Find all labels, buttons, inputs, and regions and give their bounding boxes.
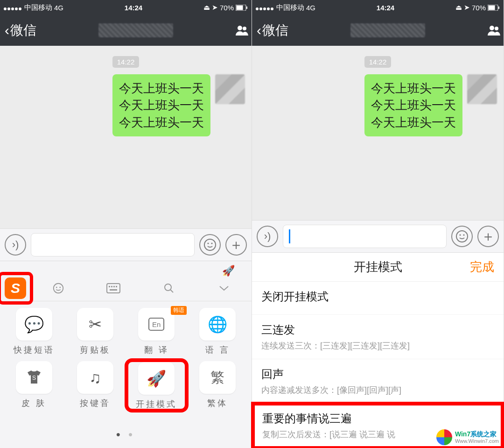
- chevron-left-icon: ‹: [257, 23, 261, 37]
- smile-icon: [52, 282, 64, 294]
- tool-skin[interactable]: S 皮 肤: [5, 361, 63, 410]
- tshirt-icon: S: [16, 361, 52, 394]
- emoji-button[interactable]: [451, 226, 473, 247]
- back-label: 微信: [262, 21, 288, 39]
- svg-rect-11: [107, 284, 120, 293]
- emoji-button[interactable]: [199, 234, 221, 256]
- back-button[interactable]: ‹ 微信: [257, 21, 288, 39]
- msg-line: 今天上班头一天: [119, 80, 204, 97]
- svg-rect-13: [111, 286, 112, 287]
- tool-language[interactable]: 🌐 语 言: [189, 308, 247, 356]
- tool-label: 语 言: [205, 344, 230, 356]
- tool-keysound[interactable]: ♫ 按键音: [66, 361, 124, 410]
- mode-option-off[interactable]: 关闭开挂模式: [252, 282, 504, 315]
- tool-clipboard[interactable]: ✂ 剪贴板: [66, 308, 124, 356]
- chat-area[interactable]: 14:22 今天上班头一天 今天上班头一天 今天上班头一天: [252, 46, 504, 220]
- msg-timestamp: 14:22: [112, 56, 140, 68]
- nav-bar: ‹ 微信: [252, 15, 504, 46]
- battery-percent: 70%: [472, 4, 486, 12]
- avatar[interactable]: [467, 74, 497, 104]
- done-button[interactable]: 完成: [470, 259, 494, 275]
- status-bar: 中国移动 4G 14:24 ⏏ ➤ 70%: [0, 0, 252, 15]
- mode-option-triple[interactable]: 三连发 连续发送三次：[三连发][三连发][三连发]: [252, 315, 504, 359]
- back-button[interactable]: ‹ 微信: [5, 21, 36, 39]
- tool-label: 按键音: [80, 398, 111, 409]
- tool-label: 翻 译: [144, 344, 169, 356]
- tool-cheatmode[interactable]: 🚀 开挂模式: [127, 361, 186, 410]
- chat-area[interactable]: 14:22 今天上班头一天 今天上班头一天 今天上班头一天: [0, 46, 252, 228]
- smile-icon: [203, 238, 217, 251]
- option-title: 回声: [261, 367, 494, 382]
- svg-point-4: [243, 27, 246, 30]
- screenshot-right: 中国移动 4G 14:24 ⏏ ➤ 70% ‹ 微信 14:22 今天上班头一天…: [252, 0, 504, 448]
- lock-icon: ⏏: [203, 3, 210, 12]
- mode-option-echo[interactable]: 回声 内容递减发送多次：[像回声][回声][声]: [252, 359, 504, 404]
- message-bubble[interactable]: 今天上班头一天 今天上班头一天 今天上班头一天: [364, 74, 462, 136]
- avatar[interactable]: [215, 74, 245, 104]
- text-cursor: [289, 229, 290, 243]
- msg-line: 今天上班头一天: [119, 114, 204, 131]
- svg-point-25: [490, 26, 494, 30]
- traditional-icon: 繁: [199, 361, 236, 394]
- svg-rect-14: [113, 286, 115, 287]
- kb-tabbar: S: [0, 275, 252, 301]
- voice-button[interactable]: ›): [257, 226, 278, 247]
- option-subtitle: 连续发送三次：[三连发][三连发][三连发]: [261, 340, 494, 351]
- sogou-logo-button[interactable]: S: [0, 274, 31, 302]
- tool-translate[interactable]: En 韩语 翻 译: [127, 308, 186, 356]
- battery-percent: 70%: [220, 4, 234, 12]
- tool-traditional[interactable]: 繁 繁体: [189, 361, 247, 410]
- status-time: 14:24: [63, 4, 203, 12]
- nav-bar: ‹ 微信: [0, 15, 252, 46]
- watermark-logo-icon: [436, 429, 452, 445]
- translate-icon: En: [138, 308, 175, 341]
- tab-keyboard[interactable]: [86, 283, 141, 293]
- msg-line: 今天上班头一天: [371, 114, 456, 131]
- message-row: 今天上班头一天 今天上班头一天 今天上班头一天: [252, 74, 504, 136]
- svg-point-29: [463, 234, 464, 235]
- svg-point-5: [204, 239, 216, 250]
- tool-label: 繁体: [207, 398, 228, 409]
- screenshot-left: 中国移动 4G 14:24 ⏏ ➤ 70% ‹ 微信 14:22 今天上班头一天…: [0, 0, 252, 448]
- tab-search[interactable]: [141, 283, 196, 294]
- watermark-t1: Win7: [455, 430, 470, 438]
- network: 4G: [54, 4, 63, 12]
- plus-button[interactable]: ＋: [225, 234, 247, 256]
- watermark-t2: 系统之家: [470, 430, 497, 438]
- option-title: 关闭开挂模式: [261, 289, 494, 304]
- option-title: 重要的事情说三遍: [262, 411, 493, 426]
- svg-text:S: S: [32, 375, 36, 381]
- kb-tools-grid: 💬 快捷短语 ✂ 剪贴板 En 韩语 翻 译 🌐 语 言 S: [0, 301, 252, 410]
- tab-collapse[interactable]: [196, 285, 252, 292]
- msg-line: 今天上班头一天: [119, 97, 204, 114]
- plus-icon: ＋: [229, 235, 243, 255]
- tab-emoji[interactable]: [31, 282, 86, 294]
- lock-icon: ⏏: [455, 3, 462, 12]
- option-subtitle: 内容递减发送多次：[像回声][回声][声]: [261, 384, 494, 396]
- svg-rect-12: [109, 286, 110, 287]
- signal-dots-icon: [4, 4, 22, 12]
- profile-button[interactable]: [235, 23, 249, 37]
- plus-button[interactable]: ＋: [477, 226, 499, 247]
- profile-button[interactable]: [487, 23, 501, 37]
- svg-text:En: En: [152, 320, 161, 328]
- message-input[interactable]: [283, 225, 447, 248]
- keyboard-tools-panel: 🚀 S 💬 快捷短语 ✂ 剪贴板: [0, 261, 252, 448]
- msg-line: 今天上班头一天: [371, 80, 456, 97]
- network: 4G: [306, 4, 315, 12]
- tool-label: 剪贴板: [80, 344, 111, 356]
- smile-icon: [455, 230, 469, 243]
- tool-quickphrase[interactable]: 💬 快捷短语: [5, 308, 63, 356]
- svg-point-10: [60, 286, 61, 288]
- panel-header: 开挂模式 完成: [252, 253, 504, 282]
- search-icon: [163, 283, 175, 294]
- svg-point-8: [54, 283, 63, 292]
- voice-button[interactable]: ›): [5, 234, 26, 256]
- silhouette-icon: [235, 23, 249, 37]
- message-bubble[interactable]: 今天上班头一天 今天上班头一天 今天上班头一天: [112, 74, 210, 136]
- back-label: 微信: [10, 21, 36, 39]
- svg-line-18: [170, 290, 173, 292]
- message-input[interactable]: [31, 233, 195, 256]
- sogou-icon: S: [5, 277, 26, 299]
- chevron-down-icon: [218, 285, 230, 292]
